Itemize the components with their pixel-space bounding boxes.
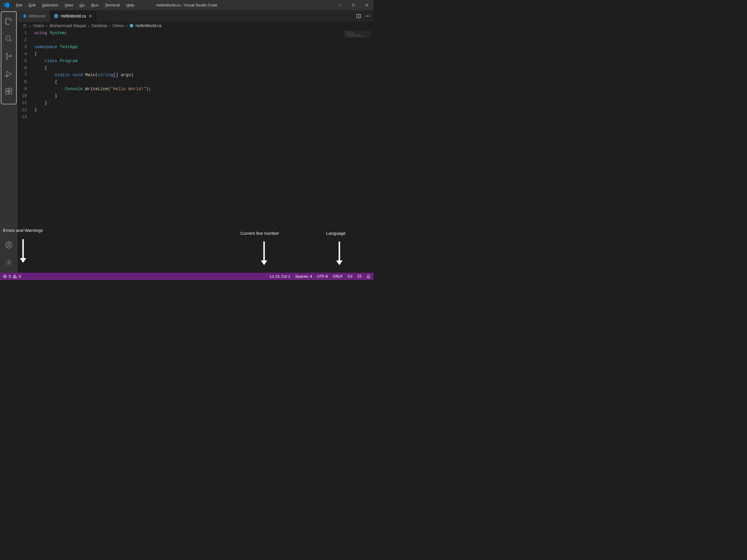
svg-rect-28 xyxy=(344,31,370,38)
editor-actions xyxy=(356,10,374,22)
svg-point-7 xyxy=(6,58,7,59)
line-number: 12 xyxy=(18,106,34,113)
svg-rect-13 xyxy=(9,91,12,94)
accounts-icon[interactable] xyxy=(0,236,18,254)
breadcrumb[interactable]: C: › Users › Muhammad Waqas › Desktop › … xyxy=(18,22,374,29)
minimize-button[interactable] xyxy=(333,0,347,10)
svg-point-4 xyxy=(6,36,10,40)
menu-selection[interactable]: Selection xyxy=(39,2,61,9)
search-icon[interactable] xyxy=(0,30,18,48)
chevron-right-icon: › xyxy=(88,23,89,28)
line-number: 9 xyxy=(18,85,34,92)
window-controls xyxy=(333,0,374,10)
vscode-logo-icon xyxy=(3,2,9,8)
svg-point-6 xyxy=(6,53,7,55)
breadcrumb-item[interactable]: Users xyxy=(33,23,44,28)
menu-go[interactable]: Go xyxy=(77,2,88,9)
svg-line-5 xyxy=(10,40,12,42)
svg-point-8 xyxy=(10,55,11,57)
tab-label: HelloWorld.cs xyxy=(61,14,86,18)
menu-view[interactable]: View xyxy=(62,2,76,9)
language-mode[interactable]: C# xyxy=(347,274,353,279)
menu-file[interactable]: FFileile xyxy=(13,2,25,9)
breadcrumb-item[interactable]: C: xyxy=(23,23,28,28)
breadcrumb-item[interactable]: HelloWorld.cs xyxy=(136,23,162,28)
menu-bar: FFileile Edit Selection View Go Run Term… xyxy=(13,2,137,9)
settings-gear-icon[interactable] xyxy=(0,254,18,271)
status-bar: 0 0 Ln 13, Col 1 Spaces: 4 UTF-8 CRLF C# xyxy=(0,273,374,280)
error-count-icon[interactable] xyxy=(3,274,7,278)
svg-point-17 xyxy=(8,262,10,264)
svg-point-24 xyxy=(366,16,366,17)
chevron-right-icon: › xyxy=(109,23,110,28)
minimap[interactable] xyxy=(344,31,370,44)
svg-point-25 xyxy=(367,16,368,17)
menu-terminal[interactable]: Terminal xyxy=(102,2,123,9)
feedback-icon[interactable] xyxy=(357,274,362,278)
breadcrumb-item[interactable]: Demo xyxy=(113,23,124,28)
activity-bottom xyxy=(0,236,18,271)
close-button[interactable] xyxy=(360,0,374,10)
more-actions-icon[interactable] xyxy=(365,14,370,19)
chevron-right-icon: › xyxy=(30,23,31,28)
line-number: 10 xyxy=(18,92,34,100)
eol[interactable]: CRLF xyxy=(333,274,342,279)
annotation-errors: Errors and Warnings xyxy=(3,228,43,233)
annotation-lang: Language xyxy=(326,231,346,236)
csharp-file-icon: C# xyxy=(54,14,59,18)
extensions-icon[interactable] xyxy=(0,83,18,100)
split-editor-icon[interactable] xyxy=(356,14,361,19)
vscode-file-icon xyxy=(22,14,26,18)
line-number: 2 xyxy=(18,36,34,44)
tab-welcome[interactable]: Welcome xyxy=(18,10,50,22)
svg-text:C#: C# xyxy=(55,15,57,18)
indentation[interactable]: Spaces: 4 xyxy=(295,274,312,279)
title-bar: FFileile Edit Selection View Go Run Term… xyxy=(0,0,374,10)
menu-edit[interactable]: Edit xyxy=(26,2,38,9)
svg-point-10 xyxy=(5,75,7,77)
svg-point-38 xyxy=(15,277,15,277)
warning-count[interactable]: 0 xyxy=(19,274,21,279)
encoding[interactable]: UTF-8 xyxy=(317,274,328,279)
svg-rect-1 xyxy=(352,4,354,6)
breadcrumb-item[interactable]: Muhammad Waqas xyxy=(50,23,86,28)
menu-help[interactable]: Help xyxy=(123,2,137,9)
window-title: HelloWorld.cs - Visual Studio Code xyxy=(156,3,217,7)
code-editor[interactable]: 1using System; 2 3namespace TestApp 4{ 5… xyxy=(18,29,374,273)
source-control-icon[interactable] xyxy=(0,48,18,65)
chevron-right-icon: › xyxy=(46,23,48,28)
svg-point-16 xyxy=(7,243,10,245)
menu-run[interactable]: Run xyxy=(88,2,102,9)
line-number: 7 xyxy=(18,72,34,78)
line-number: 6 xyxy=(18,64,34,72)
annotation-line: Current line number xyxy=(238,231,282,236)
explorer-icon[interactable] xyxy=(0,12,18,30)
svg-point-27 xyxy=(130,24,133,28)
tabs-bar: Welcome C# HelloWorld.cs xyxy=(18,10,374,22)
line-number: 11 xyxy=(18,100,34,106)
csharp-file-icon xyxy=(130,24,134,28)
maximize-button[interactable] xyxy=(347,0,360,10)
tab-label: Welcome xyxy=(29,14,46,18)
activity-bar xyxy=(0,10,18,273)
notifications-bell-icon[interactable] xyxy=(366,274,370,278)
error-count[interactable]: 0 xyxy=(9,274,11,279)
svg-rect-14 xyxy=(9,88,12,91)
tab-helloworld[interactable]: C# HelloWorld.cs xyxy=(50,10,97,22)
svg-point-26 xyxy=(369,16,370,17)
line-number: 1 xyxy=(18,29,34,36)
svg-rect-12 xyxy=(6,91,8,94)
close-tab-icon[interactable] xyxy=(88,14,93,18)
line-number: 4 xyxy=(18,50,34,57)
cursor-position[interactable]: Ln 13, Col 1 xyxy=(270,274,290,279)
line-number: 13 xyxy=(18,113,34,121)
run-debug-icon[interactable] xyxy=(0,65,18,83)
line-number: 5 xyxy=(18,57,34,64)
line-number: 8 xyxy=(18,78,34,85)
chevron-right-icon: › xyxy=(126,23,128,28)
breadcrumb-item[interactable]: Desktop xyxy=(92,23,107,28)
svg-rect-11 xyxy=(6,88,8,91)
line-number: 3 xyxy=(18,44,34,50)
warning-count-icon[interactable] xyxy=(12,274,17,278)
